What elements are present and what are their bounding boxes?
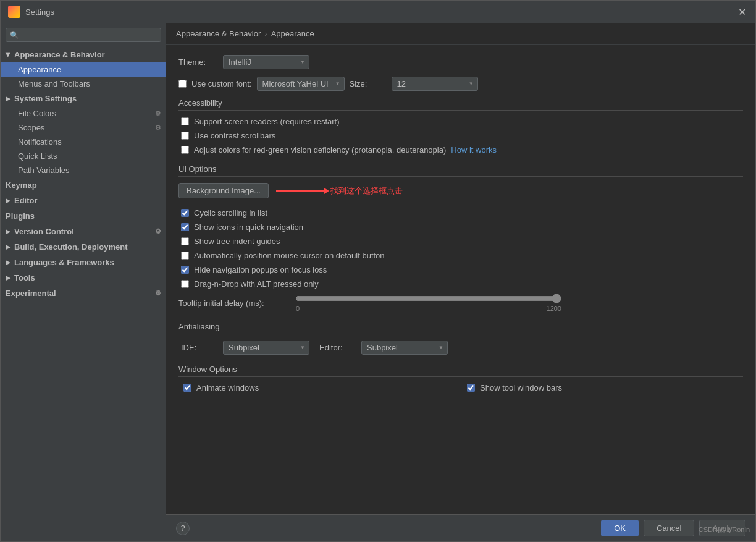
editor-antialiasing-select[interactable]: None Greyscale Subpixel xyxy=(361,341,448,355)
sidebar-item-menus-toolbars[interactable]: Menus and Toolbars xyxy=(1,77,166,91)
sidebar-item-tools[interactable]: ▶ Tools xyxy=(1,270,166,286)
size-select[interactable]: 10 11 12 13 14 xyxy=(392,77,478,91)
auto-position-checkbox[interactable] xyxy=(181,252,189,260)
custom-font-checkbox[interactable] xyxy=(178,80,187,88)
ok-button[interactable]: OK xyxy=(601,520,639,536)
animate-windows-checkbox[interactable] xyxy=(183,384,191,392)
sidebar-item-label: Menus and Toolbars xyxy=(18,79,90,88)
custom-font-label[interactable]: Use custom font: xyxy=(191,79,252,88)
chevron-icon: ▶ xyxy=(6,228,10,235)
sidebar-item-appearance-behavior[interactable]: ▶ Appearance & Behavior xyxy=(1,47,166,62)
editor-dropdown-wrapper[interactable]: None Greyscale Subpixel xyxy=(361,341,448,355)
watermark: CSDN @1 Ronin xyxy=(699,526,750,533)
screen-readers-label[interactable]: Support screen readers (requires restart… xyxy=(194,117,340,126)
sidebar-item-system-settings[interactable]: ▶ System Settings xyxy=(1,91,166,106)
show-icons-checkbox[interactable] xyxy=(181,223,189,231)
drag-drop-alt-label[interactable]: Drag-n-Drop with ALT pressed only xyxy=(194,279,319,289)
sidebar-item-version-control[interactable]: ▶ Version Control ⚙ xyxy=(1,224,166,239)
sidebar-item-quick-lists[interactable]: Quick Lists xyxy=(1,149,166,163)
cancel-button[interactable]: Cancel xyxy=(644,520,694,536)
background-image-button[interactable]: Background Image... xyxy=(178,183,269,198)
size-dropdown-wrapper[interactable]: 10 11 12 13 14 xyxy=(392,77,478,91)
settings-small-icon: ⚙ xyxy=(155,227,161,235)
cyclic-scrolling-label[interactable]: Cyclic scrolling in list xyxy=(194,208,267,218)
sidebar-item-file-colors[interactable]: File Colors ⚙ xyxy=(1,106,166,121)
close-button[interactable]: ✕ xyxy=(736,6,748,18)
chevron-icon: ▶ xyxy=(6,243,10,250)
contrast-scrollbars-row: Use contrast scrollbars xyxy=(178,131,743,140)
font-select[interactable]: Microsoft YaHei UI Arial Consolas Segoe … xyxy=(257,77,345,91)
theme-dropdown-wrapper[interactable]: IntelliJ Darcula High contrast Windows 1… xyxy=(223,55,309,69)
antialiasing-section: Antialiasing IDE: None Greyscale Subpixe… xyxy=(178,322,743,355)
sidebar-item-appearance[interactable]: Appearance xyxy=(1,62,166,77)
screen-readers-checkbox[interactable] xyxy=(181,117,189,125)
auto-position-label[interactable]: Automatically position mouse cursor on d… xyxy=(194,251,385,260)
sidebar-item-plugins[interactable]: Plugins xyxy=(1,208,166,224)
slider-scale: 0 1200 xyxy=(296,305,561,312)
drag-drop-alt-checkbox[interactable] xyxy=(181,280,189,288)
sidebar-item-label: Scopes xyxy=(18,123,44,132)
slider-min: 0 xyxy=(296,305,300,312)
show-tree-indent-checkbox[interactable] xyxy=(181,237,189,245)
drag-drop-alt-row: Drag-n-Drop with ALT pressed only xyxy=(178,279,743,289)
ide-antialiasing-select[interactable]: None Greyscale Subpixel xyxy=(223,341,309,355)
cyclic-scrolling-checkbox[interactable] xyxy=(181,209,189,217)
editor-label: Editor: xyxy=(319,343,356,352)
tooltip-section: Tooltip initial delay (ms): 0 1200 xyxy=(178,294,743,312)
ui-options-header: UI Options xyxy=(178,164,743,177)
sidebar-item-scopes[interactable]: Scopes ⚙ xyxy=(1,121,166,135)
sidebar-item-label: Plugins xyxy=(6,211,35,221)
how-it-works-link[interactable]: How it works xyxy=(451,145,497,155)
search-input[interactable] xyxy=(22,30,157,40)
hide-nav-popups-label[interactable]: Hide navigation popups on focus loss xyxy=(194,265,327,274)
sidebar-item-build-execution-deployment[interactable]: ▶ Build, Execution, Deployment xyxy=(1,239,166,255)
sidebar-item-editor[interactable]: ▶ Editor xyxy=(1,193,166,208)
sidebar-item-label: Experimental xyxy=(6,289,56,298)
hide-nav-popups-checkbox[interactable] xyxy=(181,266,189,274)
sidebar-item-experimental[interactable]: Experimental ⚙ xyxy=(1,286,166,301)
sidebar-item-keymap[interactable]: Keymap xyxy=(1,177,166,193)
tooltip-slider[interactable] xyxy=(296,294,561,303)
sidebar-item-languages-frameworks[interactable]: ▶ Languages & Frameworks xyxy=(1,255,166,270)
show-icons-label[interactable]: Show icons in quick navigation xyxy=(194,222,303,232)
sidebar-item-path-variables[interactable]: Path Variables xyxy=(1,163,166,177)
tooltip-label: Tooltip initial delay (ms): xyxy=(178,299,290,308)
show-tree-indent-row: Show tree indent guides xyxy=(178,237,743,246)
show-tool-window-bars-checkbox[interactable] xyxy=(467,384,475,392)
antialiasing-header: Antialiasing xyxy=(178,322,743,334)
font-dropdown-wrapper[interactable]: Microsoft YaHei UI Arial Consolas Segoe … xyxy=(257,77,345,91)
color-adjust-checkbox[interactable] xyxy=(181,146,189,154)
contrast-scrollbars-label[interactable]: Use contrast scrollbars xyxy=(194,131,275,140)
chevron-icon: ▶ xyxy=(6,95,10,102)
arrow-icon xyxy=(276,190,326,192)
sidebar-item-label: Languages & Frameworks xyxy=(14,258,114,267)
color-adjust-label[interactable]: Adjust colors for red-green vision defic… xyxy=(194,145,446,155)
annotation-text: 找到这个选择框点击 xyxy=(330,185,403,197)
sidebar-item-label: Build, Execution, Deployment xyxy=(14,242,127,252)
help-button[interactable]: ? xyxy=(176,522,190,535)
chevron-icon: ▶ xyxy=(6,274,10,281)
show-tree-indent-label[interactable]: Show tree indent guides xyxy=(194,237,280,246)
window-options-header: Window Options xyxy=(178,365,743,377)
sidebar-item-label: Editor xyxy=(14,196,38,205)
breadcrumb: Appearance & Behavior › Appearance xyxy=(166,23,755,45)
breadcrumb-parent: Appearance & Behavior xyxy=(176,29,261,38)
auto-position-row: Automatically position mouse cursor on d… xyxy=(178,251,743,260)
contrast-scrollbars-checkbox[interactable] xyxy=(181,132,189,140)
bottom-bar: ? OK Cancel Apply xyxy=(166,514,755,541)
ide-dropdown-wrapper[interactable]: None Greyscale Subpixel xyxy=(223,341,309,355)
title-bar-left: Settings xyxy=(8,6,54,18)
show-tool-window-bars-label[interactable]: Show tool window bars xyxy=(480,383,562,392)
sidebar-item-label: Notifications xyxy=(18,137,62,146)
title-bar: Settings ✕ xyxy=(1,1,755,23)
window-title: Settings xyxy=(25,7,54,17)
sidebar: 🔍 ▶ Appearance & Behavior Appearance Men… xyxy=(1,23,166,541)
custom-font-row: Use custom font: Microsoft YaHei UI Aria… xyxy=(178,77,743,91)
search-box[interactable]: 🔍 xyxy=(6,28,161,42)
sidebar-item-notifications[interactable]: Notifications xyxy=(1,135,166,149)
window-options-grid: Animate windows Show tool window bars xyxy=(178,383,743,397)
theme-select[interactable]: IntelliJ Darcula High contrast Windows 1… xyxy=(223,55,309,69)
animate-windows-label[interactable]: Animate windows xyxy=(196,383,259,392)
size-label: Size: xyxy=(350,79,387,88)
breadcrumb-current: Appearance xyxy=(271,29,314,38)
